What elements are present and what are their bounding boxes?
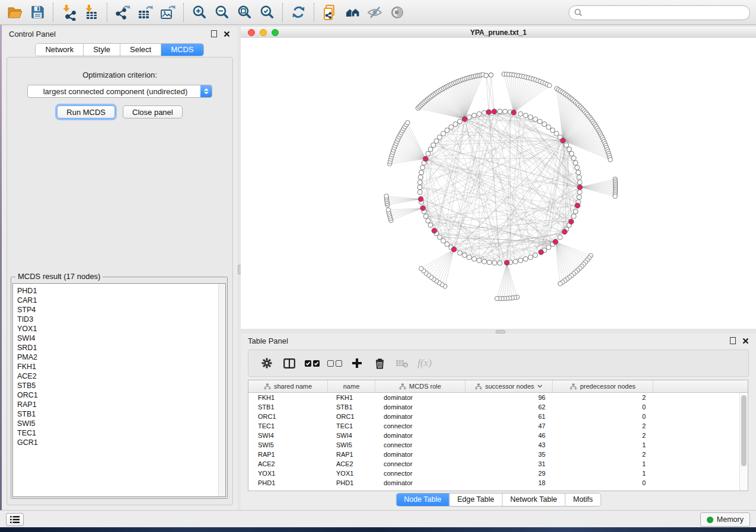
- shared-column-icon: [264, 383, 271, 390]
- mcds-result-item[interactable]: PMA2: [17, 352, 225, 362]
- table-cell: ACE2: [328, 459, 375, 469]
- export-table-button[interactable]: [134, 2, 157, 23]
- table-cell: PHD1: [248, 478, 328, 488]
- mcds-result-item[interactable]: RAP1: [17, 400, 225, 409]
- column-header-shared-name[interactable]: shared name: [248, 380, 328, 392]
- refresh-view-button[interactable]: [287, 2, 310, 23]
- tab-edge-table[interactable]: Edge Table: [449, 493, 502, 506]
- run-mcds-button[interactable]: Run MCDS: [57, 105, 115, 118]
- optimization-criterion-select[interactable]: largest connected component (undirected): [27, 85, 212, 98]
- table-row[interactable]: RAP1RAP1dominator352: [248, 450, 748, 459]
- show-column-panel-button[interactable]: [278, 352, 301, 374]
- mcds-result-item[interactable]: TID3: [17, 315, 225, 324]
- mcds-result-item[interactable]: STB1: [17, 409, 225, 419]
- search-input[interactable]: [583, 7, 749, 19]
- close-panel-button[interactable]: Close panel: [123, 105, 183, 118]
- mcds-result-item[interactable]: YOX1: [17, 324, 225, 334]
- table-row[interactable]: ACE2ACE2connector311: [248, 459, 748, 469]
- tab-select[interactable]: Select: [120, 44, 161, 56]
- mcds-result-item[interactable]: STP4: [17, 305, 225, 315]
- refresh-icon: [291, 4, 307, 20]
- add-column-button[interactable]: [346, 352, 368, 374]
- mcds-result-item[interactable]: SWI4: [17, 334, 225, 343]
- mcds-result-item[interactable]: PHD1: [17, 286, 225, 296]
- table-row[interactable]: SWI4SWI4dominator462: [248, 431, 748, 440]
- table-row[interactable]: STB1STB1dominator620: [248, 402, 748, 412]
- select-all-rows-button[interactable]: [301, 352, 323, 374]
- column-header-predecessor-nodes[interactable]: predecessor nodes: [553, 380, 653, 392]
- tab-style[interactable]: Style: [83, 44, 120, 56]
- delete-column-button[interactable]: [368, 352, 391, 374]
- mcds-result-legend: MCDS result (17 nodes): [15, 272, 103, 281]
- table-scrollbar-thumb[interactable]: [741, 395, 747, 466]
- open-session-button[interactable]: [4, 2, 26, 23]
- mcds-result-item[interactable]: CAR1: [17, 296, 225, 305]
- column-header-filler: [653, 380, 748, 392]
- mcds-result-item[interactable]: ORC1: [17, 390, 225, 400]
- tab-mcds[interactable]: MCDS: [161, 44, 203, 56]
- selected-criterion: largest connected component (undirected): [28, 87, 200, 96]
- table-scrollbar[interactable]: [739, 393, 748, 491]
- table-tabs: Node TableEdge TableNetwork TableMotifs: [395, 493, 601, 507]
- zoom-fit-button[interactable]: [233, 2, 256, 23]
- new-network-from-selection-button[interactable]: [318, 2, 341, 23]
- zoom-in-button[interactable]: [188, 2, 210, 23]
- tab-network[interactable]: Network: [36, 44, 83, 56]
- table-cell: 0: [553, 402, 653, 412]
- houses-button[interactable]: [341, 2, 363, 23]
- mcds-result-item[interactable]: SRD1: [17, 343, 225, 352]
- float-panel-icon[interactable]: [730, 337, 736, 344]
- zoom-fit-icon: [237, 4, 253, 20]
- table-cell: ORC1: [328, 412, 375, 421]
- table-cell: RAP1: [248, 450, 328, 459]
- float-panel-icon[interactable]: [211, 30, 217, 37]
- export-image-button[interactable]: [157, 2, 179, 23]
- show-graphics-details-button[interactable]: [386, 2, 409, 23]
- mcds-result-item[interactable]: GCR1: [17, 438, 225, 447]
- network-graph[interactable]: [241, 38, 756, 329]
- mcds-result-item[interactable]: SWI5: [17, 419, 225, 428]
- save-session-button[interactable]: [26, 2, 49, 23]
- toolbar-separator: [107, 3, 107, 22]
- close-panel-icon[interactable]: [224, 31, 230, 37]
- mcds-list-scrollbar[interactable]: [218, 284, 225, 496]
- mcds-result-item[interactable]: STB5: [17, 381, 225, 390]
- import-table-button[interactable]: [80, 2, 103, 23]
- horizontal-splitter[interactable]: [241, 329, 756, 334]
- zoom-out-button[interactable]: [210, 2, 233, 23]
- task-history-button[interactable]: [6, 513, 24, 526]
- table-row[interactable]: FKH1FKH1dominator962: [248, 393, 748, 402]
- table-cell: dominator: [375, 412, 465, 421]
- column-header-MCDS-role[interactable]: MCDS role: [375, 380, 465, 392]
- zoom-selected-button[interactable]: [256, 2, 278, 23]
- import-network-button[interactable]: [58, 2, 80, 23]
- table-row[interactable]: ORC1ORC1dominator610: [248, 412, 748, 421]
- table-row[interactable]: PHD1PHD1dominator180: [248, 478, 748, 488]
- tab-node-table[interactable]: Node Table: [396, 493, 449, 506]
- delete-table-button[interactable]: [391, 352, 413, 374]
- hide-graphics-details-button[interactable]: [363, 2, 386, 23]
- column-header-successor-nodes[interactable]: successor nodes: [465, 380, 553, 392]
- table-cell-filler: [653, 421, 748, 431]
- table-row[interactable]: TEC1TEC1connector472: [248, 421, 748, 431]
- table-cell: 35: [465, 450, 553, 459]
- table-cell: YOX1: [248, 469, 328, 478]
- table-settings-button[interactable]: [256, 352, 278, 374]
- mcds-result-item[interactable]: TEC1: [17, 428, 225, 438]
- table-row[interactable]: YOX1YOX1connector291: [248, 469, 748, 478]
- network-window-titlebar: YPA_prune.txt_1: [241, 27, 756, 39]
- memory-button[interactable]: Memory: [700, 512, 750, 527]
- tab-network-table[interactable]: Network Table: [502, 493, 565, 506]
- function-builder-button[interactable]: f(x): [413, 352, 436, 374]
- column-header-name[interactable]: name: [328, 380, 375, 392]
- deselect-all-rows-button[interactable]: [323, 352, 346, 374]
- export-network-button[interactable]: [111, 2, 134, 23]
- table-cell-filler: [653, 469, 748, 478]
- open-folder-icon: [7, 4, 23, 21]
- table-row[interactable]: SWI5SWI5connector431: [248, 440, 748, 450]
- close-panel-icon[interactable]: [742, 338, 749, 344]
- tab-motifs[interactable]: Motifs: [564, 493, 600, 506]
- mcds-result-item[interactable]: FKH1: [17, 362, 225, 371]
- new-network-document-icon: [321, 4, 338, 21]
- mcds-result-item[interactable]: ACE2: [17, 371, 225, 381]
